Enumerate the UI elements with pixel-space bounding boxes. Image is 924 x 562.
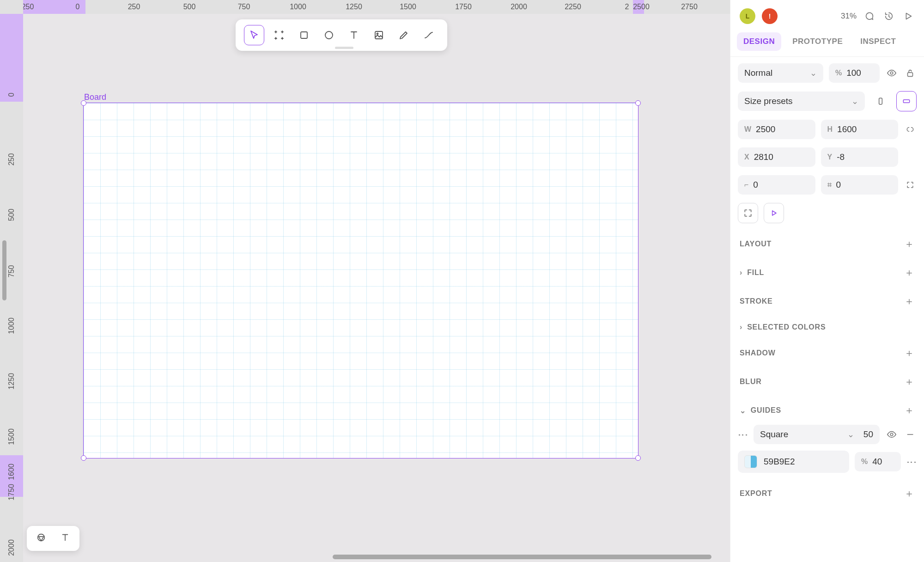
tool-move[interactable]: [244, 25, 264, 45]
tool-ellipse[interactable]: [319, 25, 339, 45]
resize-handle-tl[interactable]: [81, 100, 86, 106]
opacity-input[interactable]: % 100: [829, 63, 880, 83]
svg-point-9: [890, 433, 893, 436]
more-icon[interactable]: ⋮: [906, 457, 917, 466]
add-icon[interactable]: ＋: [904, 237, 915, 251]
tool-image[interactable]: [369, 25, 389, 45]
resize-handle-tr[interactable]: [635, 100, 641, 106]
canvas-area[interactable]: 250 0 250 500 750 1000 1250 1500 1750 20…: [0, 0, 730, 562]
horizontal-scrollbar[interactable]: [23, 554, 730, 560]
size-presets-label: Size presets: [744, 96, 793, 106]
guide-visibility-icon[interactable]: [885, 428, 898, 441]
add-icon[interactable]: ＋: [904, 375, 915, 389]
play-icon[interactable]: [902, 10, 915, 23]
avatar-user-1[interactable]: L: [740, 8, 755, 24]
scrollbar-thumb[interactable]: [2, 240, 6, 300]
selected-frame[interactable]: [83, 103, 638, 458]
independent-corners-icon[interactable]: [904, 178, 917, 191]
lock-icon[interactable]: [904, 67, 917, 79]
add-icon[interactable]: ＋: [904, 294, 915, 308]
drag-handle-icon[interactable]: ⋮: [738, 430, 748, 439]
ruler-h-tick: 1250: [346, 3, 362, 11]
tool-text[interactable]: [344, 25, 364, 45]
ruler-h-tick: 1750: [455, 3, 472, 11]
blend-mode-select[interactable]: Normal ⌄: [738, 63, 823, 83]
mini-tool-shape[interactable]: [36, 532, 46, 544]
link-dimensions-icon[interactable]: [904, 123, 917, 136]
resize-handle-bl[interactable]: [81, 455, 86, 461]
tab-design[interactable]: DESIGN: [737, 32, 781, 51]
ruler-h-tick: 2: [625, 3, 629, 11]
y-input[interactable]: Y-8: [821, 147, 899, 167]
ruler-horizontal[interactable]: 250 0 250 500 750 1000 1250 1500 1750 20…: [23, 0, 730, 14]
section-fill[interactable]: ›FILL＋: [730, 258, 924, 287]
ruler-h-tick: 750: [238, 3, 250, 11]
clip-content-button[interactable]: [764, 203, 784, 223]
chevron-down-icon: ⌄: [851, 96, 858, 106]
tool-pen[interactable]: [394, 25, 414, 45]
add-icon[interactable]: ＋: [904, 266, 915, 280]
blend-mode-value: Normal: [744, 68, 772, 78]
toolbar-drag-handle[interactable]: [335, 47, 353, 49]
orientation-portrait[interactable]: [870, 91, 891, 111]
x-input[interactable]: X2810: [738, 147, 815, 167]
guide-color-input[interactable]: 59B9E2: [738, 451, 849, 473]
mini-tool-text[interactable]: [60, 532, 70, 544]
remove-guide-icon[interactable]: −: [904, 428, 917, 441]
resize-fit-button[interactable]: [738, 203, 758, 223]
ruler-v-tick: 500: [7, 209, 16, 221]
width-input[interactable]: W2500: [738, 120, 815, 139]
avatar-user-2[interactable]: !: [762, 8, 778, 24]
section-selected-colors[interactable]: ›SELECTED COLORS: [730, 316, 924, 339]
visibility-icon[interactable]: [885, 67, 898, 79]
section-guides[interactable]: ⌄GUIDES＋: [730, 396, 924, 425]
resize-handle-br[interactable]: [635, 455, 641, 461]
mini-toolbar[interactable]: [27, 526, 79, 551]
svg-rect-2: [375, 31, 383, 39]
add-icon[interactable]: ＋: [904, 487, 915, 501]
rotation-input[interactable]: ⌐0: [738, 175, 815, 195]
section-blur[interactable]: BLUR＋: [730, 367, 924, 396]
svg-point-5: [890, 72, 893, 74]
section-shadow[interactable]: SHADOW＋: [730, 339, 924, 367]
guide-type-select[interactable]: Square ⌄ 50: [754, 425, 880, 444]
add-icon[interactable]: ＋: [904, 346, 915, 360]
zoom-level[interactable]: 31%: [841, 12, 857, 21]
vertical-scrollbar[interactable]: [2, 185, 7, 314]
ruler-h-tick: 250: [22, 3, 34, 11]
svg-rect-7: [879, 98, 882, 104]
guide-opacity-input[interactable]: % 40: [855, 452, 901, 471]
ruler-h-tick: 250: [128, 3, 140, 11]
ruler-h-tick: 1000: [290, 3, 306, 11]
height-input[interactable]: H1600: [821, 120, 899, 139]
section-export[interactable]: EXPORT＋: [730, 479, 924, 508]
color-swatch[interactable]: [744, 455, 757, 468]
ruler-v-tick: 750: [7, 265, 16, 278]
history-icon[interactable]: [882, 10, 895, 23]
section-stroke[interactable]: STROKE＋: [730, 287, 924, 316]
main-toolbar[interactable]: [236, 19, 447, 51]
canvas-viewport[interactable]: Board: [23, 14, 730, 562]
tab-prototype[interactable]: PROTOTYPE: [786, 32, 849, 51]
rotation-icon: ⌐: [744, 181, 748, 189]
ruler-v-tick: 1250: [7, 373, 16, 390]
add-icon[interactable]: ＋: [904, 403, 915, 417]
tab-inspect[interactable]: INSPECT: [854, 32, 902, 51]
radius-input[interactable]: ⌗0: [821, 175, 899, 195]
scrollbar-thumb[interactable]: [333, 555, 711, 559]
comments-icon[interactable]: [863, 10, 876, 23]
ruler-v-tick: 0: [7, 93, 16, 97]
tool-curve[interactable]: [419, 25, 439, 45]
ruler-v-tick: 1000: [7, 318, 16, 334]
tool-frame[interactable]: [269, 25, 289, 45]
orientation-landscape[interactable]: [896, 91, 917, 111]
frame-label[interactable]: Board: [84, 92, 106, 102]
size-presets-select[interactable]: Size presets ⌄: [738, 92, 865, 111]
tool-rectangle[interactable]: [294, 25, 314, 45]
svg-point-1: [325, 31, 333, 39]
chevron-down-icon: ⌄: [740, 406, 746, 415]
ruler-h-tick: 2500: [633, 3, 650, 11]
ruler-v-tick: 1600: [7, 464, 16, 480]
section-layout[interactable]: LAYOUT＋: [730, 230, 924, 258]
ruler-h-tick: 2000: [511, 3, 527, 11]
